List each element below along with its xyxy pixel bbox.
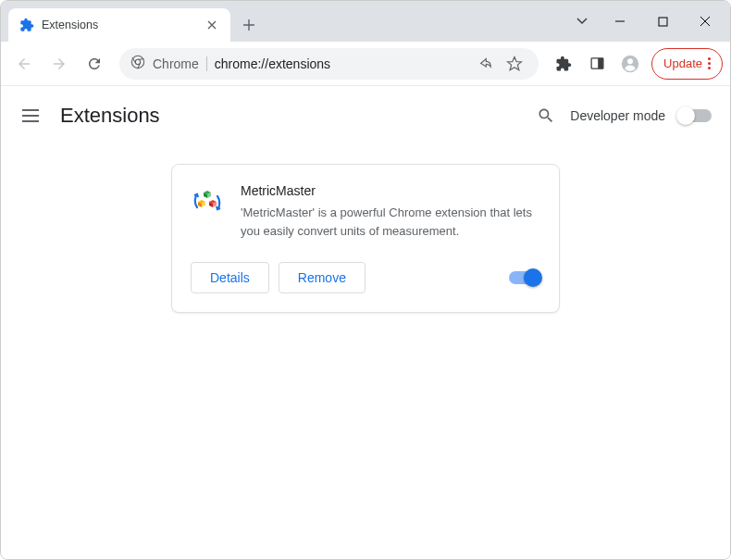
developer-mode-label: Developer mode [570, 108, 665, 123]
extension-icon [191, 185, 224, 218]
tab-strip: Extensions [1, 8, 565, 42]
extensions-content: MetricMaster 'MetricMaster' is a powerfu… [1, 145, 730, 559]
extension-description: 'MetricMaster' is a powerful Chrome exte… [241, 204, 540, 240]
back-button[interactable] [8, 48, 40, 80]
svg-rect-4 [598, 58, 603, 68]
url-text: chrome://extensions [215, 56, 463, 71]
title-bar: Extensions [1, 1, 730, 42]
header-right: Developer mode [535, 105, 712, 127]
maximize-button[interactable] [641, 3, 684, 40]
tab-search-button[interactable] [565, 3, 599, 40]
svg-rect-0 [659, 18, 667, 26]
tab-title: Extensions [42, 19, 197, 31]
profile-button[interactable] [614, 48, 646, 80]
svg-point-6 [627, 58, 633, 64]
card-top: MetricMaster 'MetricMaster' is a powerfu… [191, 183, 540, 240]
window-controls [565, 1, 730, 42]
url-prefix: Chrome [153, 56, 199, 71]
extension-card: MetricMaster 'MetricMaster' is a powerfu… [171, 164, 560, 313]
address-bar[interactable]: Chrome chrome://extensions [119, 48, 539, 80]
search-button[interactable] [535, 105, 557, 127]
card-actions: Details Remove [191, 262, 540, 293]
share-button[interactable] [470, 51, 496, 77]
close-window-button[interactable] [684, 3, 726, 40]
remove-button[interactable]: Remove [279, 262, 366, 293]
puzzle-icon [19, 18, 34, 32]
forward-button[interactable] [43, 48, 75, 80]
developer-mode-toggle[interactable] [678, 109, 712, 122]
extension-name: MetricMaster [241, 183, 540, 198]
minimize-button[interactable] [599, 3, 641, 40]
bookmark-button[interactable] [502, 51, 527, 77]
menu-button[interactable] [19, 105, 42, 127]
extension-info: MetricMaster 'MetricMaster' is a powerfu… [241, 183, 540, 240]
menu-dots-icon [708, 57, 711, 69]
details-button[interactable]: Details [191, 262, 269, 293]
chrome-logo-icon [130, 55, 145, 73]
svg-point-1 [131, 56, 143, 68]
browser-tab[interactable]: Extensions [8, 8, 230, 42]
extensions-button[interactable] [548, 48, 579, 80]
omnibox-actions [470, 51, 527, 77]
chrome-window: Extensions [0, 0, 731, 560]
extensions-header: Extensions Developer mode [1, 86, 730, 145]
omnibox-divider [206, 56, 207, 71]
new-tab-button[interactable] [236, 12, 262, 38]
update-label: Update [663, 56, 702, 70]
reload-button[interactable] [79, 48, 110, 80]
sidepanel-button[interactable] [581, 48, 613, 80]
browser-toolbar: Chrome chrome://extensions [1, 42, 730, 86]
tab-close-button[interactable] [204, 18, 219, 32]
extension-enable-toggle[interactable] [509, 271, 540, 284]
page-title: Extensions [60, 104, 516, 128]
update-button[interactable]: Update [651, 48, 723, 80]
toolbar-right: Update [548, 48, 723, 80]
